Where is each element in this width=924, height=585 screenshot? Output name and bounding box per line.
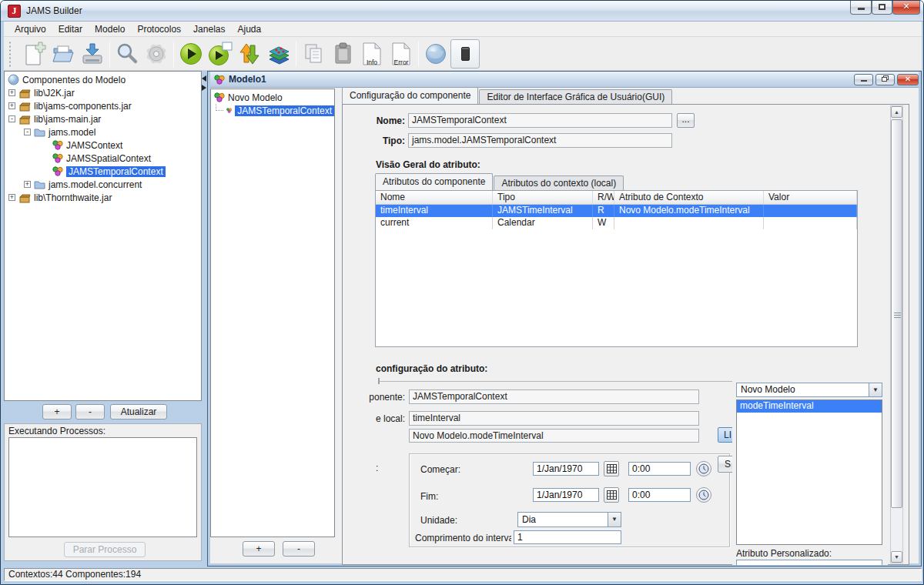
window-titlebar[interactable]: J JAMS Builder — [1, 1, 924, 22]
fim-clock-button[interactable] — [696, 487, 711, 503]
fim-date-input[interactable] — [533, 488, 599, 502]
paste-button[interactable] — [328, 39, 357, 69]
model-tree: Novo Modelo JAMSTemporalContext — [210, 89, 335, 537]
collapse-toggle[interactable]: - — [8, 115, 15, 122]
scroll-down-icon[interactable]: ▼ — [891, 551, 902, 563]
tree-item-jams-model[interactable]: - jams.model — [5, 125, 201, 139]
scrollbar-thumb[interactable] — [891, 119, 902, 508]
divider-tick — [378, 378, 380, 384]
menu-editar[interactable]: Editar — [52, 22, 89, 36]
open-model-button[interactable] — [49, 39, 78, 69]
context-attribute-list[interactable]: modeTimeInterval — [736, 399, 882, 545]
nome-local-field[interactable]: timeInterval — [409, 411, 699, 426]
close-button[interactable]: ✕ — [892, 1, 920, 15]
component-icon — [214, 92, 225, 102]
error-log-button[interactable]: Error — [387, 39, 416, 69]
splitter-expand-right-icon[interactable] — [202, 85, 206, 91]
tree-item-j2k[interactable]: + lib\J2K.jar — [5, 86, 201, 99]
model-restore-button[interactable] — [875, 74, 895, 85]
column-tipo[interactable]: Tipo — [493, 191, 593, 204]
tree-root[interactable]: Componentes do Modelo — [5, 73, 201, 86]
column-valor[interactable]: Valor — [764, 191, 857, 204]
comecar-date-input[interactable] — [533, 462, 599, 476]
tab-context-attributes[interactable]: Atributos do contexto (local) — [494, 176, 624, 190]
menu-protocolos[interactable]: Protocolos — [131, 22, 187, 36]
model-tree-item-temporalcontext[interactable]: JAMSTemporalContext — [211, 104, 334, 117]
model-minimize-button[interactable] — [854, 74, 873, 85]
menu-arquivo[interactable]: Arquivo — [8, 22, 52, 36]
collapse-toggle[interactable]: - — [24, 129, 31, 135]
tree-item-jams-main[interactable]: - lib\jams-main.jar — [5, 112, 201, 125]
info-log-button[interactable]: Info — [357, 39, 387, 69]
fim-calendar-button[interactable] — [604, 487, 619, 503]
run-model-gui-button[interactable] — [206, 39, 235, 69]
model-close-button[interactable]: ✕ — [897, 74, 919, 85]
model-window-title: Modelo1 — [229, 74, 266, 85]
tree-item-jamsspatialcontext[interactable]: JAMSSpatialContext — [5, 152, 201, 165]
component-icon — [52, 140, 63, 150]
tree-item-jams-components[interactable]: + lib\jams-components.jar — [5, 99, 201, 112]
processes-list[interactable] — [8, 437, 197, 537]
model-tree-root[interactable]: Novo Modelo — [211, 91, 334, 104]
expand-toggle[interactable]: + — [24, 181, 31, 188]
unidade-select[interactable]: Dia ▼ — [517, 512, 621, 527]
config-scrollbar[interactable]: ▲ ▼ — [890, 105, 903, 563]
table-row[interactable]: current Calendar W — [376, 217, 857, 229]
comprimento-input[interactable] — [514, 530, 621, 544]
remove-component-button[interactable]: - — [75, 404, 105, 420]
tab-component-config[interactable]: Configuração do componente — [342, 87, 478, 104]
expand-toggle[interactable]: + — [8, 194, 15, 201]
map-layers-button[interactable] — [264, 39, 293, 69]
device-button[interactable] — [450, 39, 480, 69]
menu-janelas[interactable]: Janelas — [187, 22, 231, 36]
minimize-button[interactable] — [850, 1, 872, 15]
model-window-titlebar[interactable] — [210, 72, 919, 88]
context-attribute-field[interactable]: Novo Modelo.modeTimeInterval — [409, 429, 699, 443]
toolbar-grip[interactable] — [8, 41, 12, 67]
list-item-selected[interactable]: modeTimeInterval — [737, 400, 882, 413]
maximize-button[interactable] — [872, 1, 892, 15]
settings-button[interactable] — [142, 39, 171, 69]
tree-item-jamscontext[interactable]: JAMSContext — [5, 139, 201, 152]
column-nome[interactable]: Nome — [376, 191, 493, 204]
new-model-button[interactable] — [19, 39, 49, 69]
model-add-button[interactable]: + — [243, 541, 275, 557]
expand-toggle[interactable]: + — [8, 89, 15, 96]
context-combo[interactable]: Novo Modelo ▼ — [736, 383, 882, 397]
refresh-button[interactable]: Atualizar — [110, 404, 167, 420]
add-component-button[interactable]: + — [42, 404, 72, 420]
close-icon: ✕ — [902, 2, 909, 11]
model-remove-button[interactable]: - — [283, 541, 315, 557]
nome-field[interactable]: JAMSTemporalContext — [408, 113, 672, 128]
tree-item-label: lib\Thornthwaite.jar — [34, 192, 112, 203]
comecar-time-input[interactable] — [628, 462, 691, 476]
copy-button[interactable] — [299, 39, 328, 69]
sync-arrows-button[interactable] — [235, 39, 264, 69]
browse-button[interactable]: ... — [677, 113, 695, 128]
table-row-selected[interactable]: timeInterval JAMSTimeInterval R Novo Mod… — [376, 205, 857, 217]
fim-time-input[interactable] — [628, 488, 691, 502]
tab-gui-editor[interactable]: Editor de Interface Gráfica de Usuário(G… — [479, 89, 672, 104]
tipo-field[interactable]: jams.model.JAMSTemporalContext — [408, 133, 672, 148]
componente-field[interactable]: JAMSTemporalContext — [409, 389, 699, 404]
jar-icon — [18, 101, 31, 112]
run-model-button[interactable] — [176, 39, 206, 69]
web-button[interactable] — [421, 39, 450, 69]
comecar-calendar-button[interactable] — [604, 461, 619, 476]
tab-component-attributes[interactable]: Atributos do componente — [375, 173, 493, 190]
comecar-clock-button[interactable] — [696, 461, 711, 476]
clock-icon — [698, 463, 709, 474]
tree-item-jams-model-concurrent[interactable]: + jams.model.concurrent — [5, 178, 201, 191]
menu-modelo[interactable]: Modelo — [89, 22, 131, 36]
tree-item-jamstemporalcontext-selected[interactable]: JAMSTemporalContext — [5, 165, 201, 178]
column-rw[interactable]: R/W — [593, 191, 614, 204]
save-model-button[interactable] — [78, 39, 107, 69]
splitter-collapse-left-icon[interactable] — [202, 75, 206, 82]
expand-toggle[interactable]: + — [8, 102, 15, 109]
tree-item-thornthwaite[interactable]: + lib\Thornthwaite.jar — [5, 191, 201, 204]
menu-ajuda[interactable]: Ajuda — [231, 22, 267, 36]
search-button[interactable] — [112, 39, 142, 69]
column-atributo-contexto[interactable]: Atributo de Contexto — [614, 191, 764, 204]
scroll-up-icon[interactable]: ▲ — [891, 106, 902, 118]
custom-attribute-field[interactable] — [736, 560, 882, 565]
